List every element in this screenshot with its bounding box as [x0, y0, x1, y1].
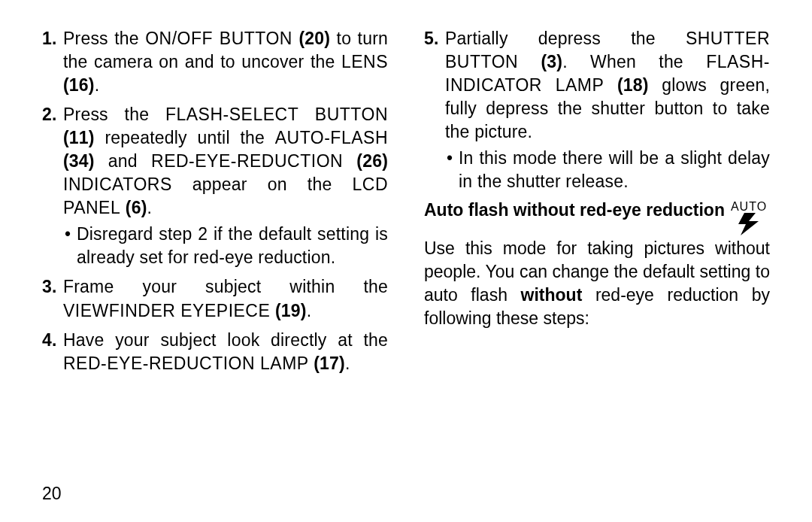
bold-text: without	[521, 285, 583, 305]
text: Have your subject look directly at the	[63, 330, 388, 350]
text: and	[95, 151, 151, 171]
small-caps: RED-EYE-REDUCTION	[151, 151, 343, 171]
bullet-icon: •	[447, 147, 459, 193]
sub-bullet: • In this mode there will be a slight de…	[447, 147, 770, 193]
auto-label: AUTO	[728, 201, 770, 213]
ref-number: (17)	[309, 354, 345, 373]
small-caps: LENS	[341, 52, 388, 71]
svg-marker-0	[738, 213, 759, 235]
ref-number: (19)	[270, 301, 306, 320]
small-caps: INDICATORS	[63, 175, 172, 194]
small-caps: ON/OFF BUTTON	[145, 29, 292, 48]
small-caps: VIEWFINDER EYEPIECE	[63, 301, 270, 320]
ref-number: (26)	[343, 151, 388, 171]
step-4: 4. Have your subject look directly at th…	[42, 329, 388, 375]
flash-icon	[736, 213, 762, 235]
text: Partially depress the	[445, 29, 686, 48]
step-number: 2.	[42, 103, 63, 269]
text: .	[95, 75, 100, 95]
manual-page: 1. Press the ON/OFF BUTTON (20) to turn …	[0, 0, 812, 522]
step-2: 2. Press the FLASH-SELECT BUTTON (11) re…	[42, 103, 388, 269]
sub-text: Disregard step 2 if the default setting …	[77, 223, 388, 269]
step-body: Press the FLASH-SELECT BUTTON (11) repea…	[63, 103, 388, 269]
text: . When the	[562, 52, 706, 71]
section-title: Auto flash without red-eye reduction	[424, 199, 725, 222]
text: .	[147, 198, 153, 217]
step-body: Press the ON/OFF BUTTON (20) to turn the…	[63, 27, 388, 97]
ref-number: (34)	[63, 151, 95, 171]
ref-number: (18)	[604, 75, 648, 95]
bullet-icon: •	[65, 223, 77, 269]
text: Press the	[63, 29, 145, 48]
ref-number: (3)	[518, 52, 562, 71]
ref-number: (20)	[292, 29, 330, 48]
section-paragraph: Use this mode for taking pictures withou…	[424, 237, 770, 330]
ref-number: (6)	[120, 198, 147, 217]
left-column: 1. Press the ON/OFF BUTTON (20) to turn …	[42, 27, 406, 507]
small-caps: AUTO-FLASH	[275, 128, 388, 147]
step-body: Partially depress the SHUTTER BUTTON (3)…	[445, 27, 770, 193]
auto-flash-icon: AUTO	[728, 199, 770, 235]
step-number: 5.	[424, 27, 445, 193]
sub-bullet: • Disregard step 2 if the default settin…	[65, 223, 388, 269]
page-number: 20	[42, 484, 62, 504]
small-caps: FLASH-SELECT BUTTON	[165, 105, 388, 124]
text: .	[345, 354, 350, 373]
sub-text: In this mode there will be a slight dela…	[459, 147, 770, 193]
small-caps: RED-EYE-REDUCTION LAMP	[63, 354, 309, 373]
step-1: 1. Press the ON/OFF BUTTON (20) to turn …	[42, 27, 388, 97]
ref-number: (16)	[63, 75, 95, 95]
step-5: 5. Partially depress the SHUTTER BUTTON …	[424, 27, 770, 193]
text: appear on the	[172, 175, 353, 194]
step-number: 3.	[42, 275, 63, 322]
text: Frame your subject within the	[63, 277, 388, 296]
text: .	[307, 301, 312, 320]
step-number: 1.	[42, 27, 63, 97]
step-body: Have your subject look directly at the R…	[63, 329, 388, 375]
text: Press the	[63, 105, 165, 124]
right-column: 5. Partially depress the SHUTTER BUTTON …	[406, 27, 770, 507]
step-number: 4.	[42, 329, 63, 375]
section-heading: Auto flash without red-eye reduction AUT…	[424, 199, 770, 235]
ref-number: (11)	[63, 128, 95, 147]
text: repeatedly until the	[95, 128, 275, 147]
step-3: 3. Frame your subject within the VIEWFIN…	[42, 275, 388, 322]
step-body: Frame your subject within the VIEWFINDER…	[63, 275, 388, 322]
